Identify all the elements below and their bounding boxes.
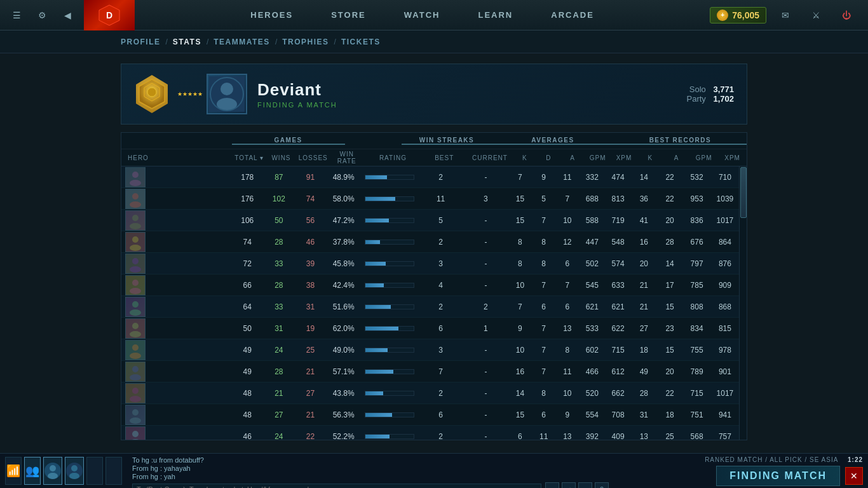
- cell-bgpm: 532: [682, 173, 710, 182]
- rating-bar-fill: [365, 219, 388, 222]
- cell-bxpm: 1039: [711, 194, 739, 203]
- cell-xpm: 708: [605, 410, 631, 419]
- nav-heroes[interactable]: HEROES: [250, 10, 293, 20]
- cell-bk: 18: [631, 346, 657, 355]
- bottom-avatar-icon-1[interactable]: [43, 457, 62, 485]
- mail-icon[interactable]: ✉: [774, 4, 797, 27]
- nav-watch[interactable]: WATCH: [404, 10, 440, 20]
- chat-reply-btn[interactable]: ↩: [578, 482, 592, 488]
- cell-ws-current: -: [463, 367, 508, 376]
- profile-info: Deviant FINDING A MATCH: [257, 80, 734, 109]
- table-row[interactable]: 49 28 21 57.1% 7 - 16 7 11 466 612 49 20…: [121, 361, 739, 383]
- breadcrumb-stats[interactable]: STATS: [173, 37, 201, 46]
- bottom-left-icons: 📶 👥: [0, 454, 127, 488]
- cell-bk: 31: [631, 410, 657, 419]
- cell-a: 9: [555, 410, 579, 419]
- chat-help-btn[interactable]: ?: [595, 482, 609, 488]
- breadcrumb-tickets[interactable]: TICKETS: [341, 37, 381, 46]
- power-icon[interactable]: ⏻: [835, 4, 858, 27]
- cell-losses: 91: [295, 173, 327, 182]
- solo-rating-row: Solo 3,771: [686, 85, 734, 94]
- bottom-slot-3[interactable]: [86, 457, 103, 485]
- cell-bk: 13: [631, 432, 657, 440]
- nav-learn[interactable]: LEARN: [478, 10, 513, 20]
- cell-k: 8: [508, 238, 532, 247]
- cancel-match-button[interactable]: ✕: [845, 467, 863, 485]
- table-row[interactable]: 176 102 74 58.0% 11 3 15 5 7 688 813 36 …: [121, 188, 739, 210]
- table-row[interactable]: 48 27 21 56.3% 6 - 15 6 9 554 708 31 18 …: [121, 404, 739, 426]
- scrollbar-thumb[interactable]: [740, 167, 747, 218]
- col-header-d: D: [537, 154, 561, 161]
- party-label: Party: [686, 94, 705, 104]
- table-row[interactable]: 49 24 25 49.0% 3 - 10 7 8 602 715 18 15 …: [121, 339, 739, 361]
- breadcrumb-trophies[interactable]: TROPHIES: [282, 37, 329, 46]
- cell-losses: 56: [295, 216, 327, 225]
- cell-xpm: 612: [605, 367, 631, 376]
- breadcrumb-teammates[interactable]: TEAMMATES: [214, 37, 270, 46]
- bottom-slot-4[interactable]: [105, 457, 122, 485]
- cell-total: 64: [231, 302, 263, 311]
- scrollbar-track[interactable]: [739, 166, 747, 440]
- rating-bar-bg: [365, 391, 414, 396]
- rating-bar-bg: [365, 348, 414, 353]
- table-row[interactable]: 50 31 19 62.0% 6 1 9 7 13 533 622 27 23 …: [121, 318, 739, 339]
- chat-input-row: ☺ ✓ ↩ ?: [132, 482, 609, 488]
- party-rating: 1,702: [713, 94, 734, 104]
- dota-logo[interactable]: D: [84, 0, 135, 30]
- cell-ws-current: -: [463, 238, 508, 247]
- nav-store[interactable]: STORE: [331, 10, 366, 20]
- friends-icon[interactable]: ⚔: [804, 4, 827, 27]
- cell-bxpm: 864: [711, 238, 739, 247]
- cell-k: 14: [508, 389, 532, 398]
- breadcrumb-profile[interactable]: PROFILE: [121, 37, 161, 46]
- table-row[interactable]: 72 33 39 45.8% 3 - 8 8 6 502 574 20 14 7…: [121, 253, 739, 274]
- nav-arcade[interactable]: ARCADE: [551, 10, 594, 20]
- cell-winrate: 47.2%: [326, 216, 361, 225]
- table-row[interactable]: 66 28 38 42.4% 4 - 10 7 7 545 633 21 17 …: [121, 274, 739, 296]
- cell-gpm: 588: [579, 216, 605, 225]
- cell-bgpm: 568: [682, 432, 710, 440]
- chat-input[interactable]: [132, 484, 541, 488]
- hero-avatar-12: [125, 426, 146, 440]
- hero-avatar-1: [125, 189, 146, 209]
- cell-winrate: 52.2%: [326, 432, 361, 440]
- cell-k: 8: [508, 259, 532, 268]
- cell-bxpm: 1017: [711, 216, 739, 225]
- cell-ws-current: -: [463, 216, 508, 225]
- table-row[interactable]: 106 50 56 47.2% 5 - 15 7 10 588 719 41 2…: [121, 210, 739, 231]
- table-row[interactable]: 74 28 46 37.8% 2 - 8 8 12 447 548 16 28 …: [121, 231, 739, 253]
- cell-total: 50: [231, 324, 263, 333]
- cell-hero: [121, 210, 231, 231]
- cell-ba: 18: [657, 410, 683, 419]
- bottom-signal-icon[interactable]: 📶: [5, 457, 22, 485]
- cell-k: 7: [508, 173, 532, 182]
- cell-losses: 38: [295, 281, 327, 290]
- table-row[interactable]: 64 33 31 51.6% 2 2 7 6 6 621 621 21 15 8…: [121, 296, 739, 318]
- cell-hero: [121, 167, 231, 187]
- bottom-friends-icon[interactable]: 👥: [24, 457, 41, 485]
- svg-point-13: [132, 193, 139, 200]
- back-icon[interactable]: ◀: [56, 4, 79, 27]
- cell-d: 8: [532, 389, 555, 398]
- svg-point-32: [130, 331, 141, 337]
- cell-ba: 25: [657, 432, 683, 440]
- svg-point-41: [130, 396, 141, 402]
- table-row[interactable]: 178 87 91 48.9% 2 - 7 9 11 332 474 14 22…: [121, 166, 739, 188]
- cell-bk: 27: [631, 324, 657, 333]
- cell-hero: [121, 383, 231, 403]
- table-row[interactable]: 48 21 27 43.8% 2 - 14 8 10 520 662 28 22…: [121, 383, 739, 404]
- svg-point-52: [71, 465, 78, 471]
- table-row[interactable]: 46 24 22 52.2% 2 - 6 11 13 392 409 13 25…: [121, 426, 739, 440]
- cell-hero: [121, 405, 231, 425]
- cell-bgpm: 715: [682, 389, 710, 398]
- chat-check-btn[interactable]: ✓: [562, 482, 576, 488]
- cell-d: 6: [532, 302, 555, 311]
- bottom-avatar-icon-2[interactable]: [65, 457, 84, 485]
- cell-ws-current: -: [463, 389, 508, 398]
- svg-point-19: [132, 236, 139, 243]
- settings-icon[interactable]: ⚙: [31, 4, 53, 27]
- cell-ws-current: -: [463, 173, 508, 182]
- cell-ws-current: 1: [463, 324, 508, 333]
- menu-icon[interactable]: ☰: [5, 4, 28, 27]
- chat-smiley-btn[interactable]: ☺: [545, 482, 559, 488]
